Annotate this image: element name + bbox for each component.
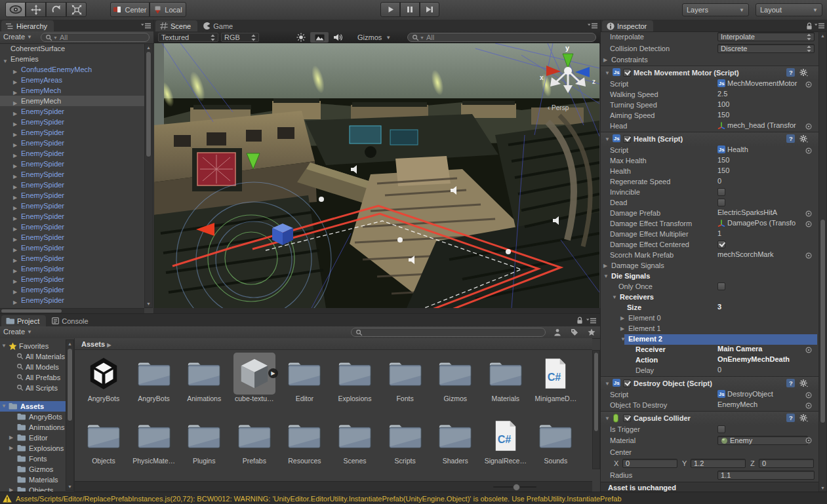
hierarchy-item[interactable]: ▶EnemySpider: [0, 263, 144, 274]
tab-console[interactable]: Console: [47, 315, 94, 326]
tab-hierarchy[interactable]: Hierarchy: [1, 20, 54, 31]
inspector-row[interactable]: InterpolateInterpolate: [601, 31, 818, 43]
foldout-collapsed-icon[interactable]: ▶: [13, 298, 17, 305]
foldout-collapsed-icon[interactable]: ▶: [13, 224, 17, 232]
scene-lighting-toggle[interactable]: [292, 32, 310, 43]
foldout-collapsed-icon[interactable]: ▶: [9, 443, 13, 454]
foldout-collapsed-icon[interactable]: ▶: [13, 235, 17, 242]
hierarchy-item[interactable]: CoherentSurface: [0, 43, 144, 54]
step-button[interactable]: [420, 2, 439, 17]
inspector-row[interactable]: Damage Effect Centered: [601, 240, 818, 250]
property-checkbox[interactable]: [717, 241, 725, 248]
foldout-collapsed-icon[interactable]: ▶: [13, 266, 17, 274]
foldout-collapsed-icon[interactable]: ▶: [13, 130, 17, 138]
hierarchy-item[interactable]: ▶EnemySpider: [0, 222, 144, 232]
scene-search-input[interactable]: ▼ All: [407, 33, 596, 42]
inspector-row[interactable]: Only Once: [601, 282, 818, 292]
tree-folder-item[interactable]: ▶Editor: [0, 433, 66, 443]
hierarchy-search-input[interactable]: ▼ All: [41, 33, 150, 42]
asset-grid-item[interactable]: Animations: [179, 353, 229, 412]
inspector-row[interactable]: Max Health150: [601, 156, 818, 166]
component-header[interactable]: ▼Capsule Collider?: [601, 411, 818, 425]
asset-grid-item[interactable]: Scripts: [380, 415, 430, 469]
rotate-tool-button[interactable]: [46, 2, 66, 17]
component-enabled-checkbox[interactable]: [623, 69, 631, 77]
asset-grid-item[interactable]: Editor: [279, 353, 329, 412]
search-favorites-button[interactable]: [584, 327, 599, 338]
pivot-mode-button[interactable]: Center: [110, 2, 150, 17]
axis-value-field[interactable]: 1.2: [691, 459, 746, 468]
inspector-row[interactable]: Scorch Mark PrefabmechScorchMark: [601, 250, 818, 261]
scene-skybox-toggle[interactable]: [310, 32, 329, 43]
help-icon[interactable]: ?: [786, 414, 795, 422]
pause-button[interactable]: [400, 2, 420, 17]
foldout-collapsed-icon[interactable]: ▶: [13, 109, 17, 117]
object-picker-icon[interactable]: [805, 147, 812, 154]
help-icon[interactable]: ?: [786, 379, 795, 387]
project-breadcrumb[interactable]: Assets ▶: [75, 338, 592, 350]
gear-icon[interactable]: [799, 134, 808, 143]
gear-icon[interactable]: [799, 68, 808, 77]
inspector-row[interactable]: Health150: [601, 166, 818, 177]
inspector-row[interactable]: ▼Element 2: [601, 334, 818, 345]
move-tool-button[interactable]: [26, 2, 46, 17]
tree-folder-item[interactable]: Fonts: [0, 454, 66, 464]
hierarchy-item[interactable]: ▶EnemySpider: [0, 159, 144, 169]
enum-dropdown[interactable]: Interpolate: [717, 32, 815, 41]
foldout-collapsed-icon[interactable]: ▶: [13, 287, 17, 295]
tree-favorite-item[interactable]: All Materials: [0, 351, 66, 362]
enum-dropdown[interactable]: Discrete: [717, 44, 815, 53]
tree-assets-root[interactable]: ▼Assets: [0, 401, 66, 412]
hierarchy-item[interactable]: ▶EnemySpider: [0, 274, 144, 284]
foldout-collapsed-icon[interactable]: ▶: [13, 67, 17, 75]
property-checkbox[interactable]: [717, 199, 725, 206]
component-header[interactable]: ▼JsHealth (Script)?: [601, 132, 818, 146]
inspector-row[interactable]: Object To DestroyEnemyMech: [601, 400, 818, 411]
foldout-collapsed-icon[interactable]: ▶: [603, 263, 607, 269]
asset-grid-item[interactable]: C#MinigameD…: [531, 353, 580, 412]
gear-icon[interactable]: [799, 414, 808, 422]
help-icon[interactable]: ?: [786, 134, 795, 143]
hierarchy-horizontal-scrollbar[interactable]: [0, 308, 144, 313]
help-icon[interactable]: ?: [786, 68, 795, 77]
inspector-row[interactable]: Damage Effect Multiplier1: [601, 229, 818, 240]
asset-grid-item[interactable]: Fonts: [380, 353, 430, 412]
hierarchy-create-button[interactable]: Create▼: [3, 33, 32, 41]
hierarchy-item[interactable]: ▶EnemyMech: [0, 85, 144, 96]
asset-grid-item[interactable]: Plugins: [179, 415, 229, 469]
hierarchy-item[interactable]: ▶ConfusedEnemyMech: [0, 64, 144, 75]
foldout-collapsed-icon[interactable]: ▶: [13, 214, 17, 222]
foldout-collapsed-icon[interactable]: ▶: [9, 433, 13, 443]
panel-menu-icon[interactable]: [588, 23, 597, 29]
foldout-collapsed-icon[interactable]: ▶: [13, 98, 17, 106]
property-checkbox[interactable]: [717, 188, 725, 196]
object-picker-icon[interactable]: [805, 252, 812, 259]
inspector-vertical-scrollbar[interactable]: ▲ ▼: [818, 31, 827, 492]
lock-icon[interactable]: [576, 317, 583, 324]
component-header[interactable]: ▼JsDestroy Object (Script)?: [601, 376, 818, 391]
object-picker-icon[interactable]: [805, 402, 812, 409]
hierarchy-item[interactable]: ▶EnemySpider: [0, 169, 144, 180]
asset-grid-item[interactable]: Prefabs: [230, 415, 279, 469]
foldout-expanded-icon[interactable]: ▼: [603, 273, 609, 279]
inspector-row[interactable]: Turning Speed100: [601, 100, 818, 111]
component-header[interactable]: ▼JsMech Movement Motor (Script)?: [601, 66, 818, 80]
status-bar[interactable]: Assets/Scripts/Editor/ReplacePrefabInsta…: [0, 492, 827, 504]
foldout-collapsed-icon[interactable]: ▶: [13, 119, 17, 127]
hierarchy-item[interactable]: ▶EnemySpider: [0, 190, 144, 201]
axis-value-field[interactable]: 0: [759, 459, 814, 468]
asset-grid-item[interactable]: C#SignalRece…: [481, 415, 531, 469]
foldout-collapsed-icon[interactable]: ▶: [13, 277, 17, 284]
object-picker-icon[interactable]: [805, 437, 812, 444]
tree-folder-item[interactable]: Gizmos: [0, 464, 66, 475]
axis-value-field[interactable]: 0: [622, 459, 677, 468]
lock-icon[interactable]: [806, 22, 813, 30]
view-tool-button[interactable]: [5, 2, 26, 17]
foldout-collapsed-icon[interactable]: ▶: [13, 77, 17, 85]
foldout-collapsed-icon[interactable]: ▶: [13, 151, 17, 159]
gizmos-dropdown[interactable]: Gizmos ▼: [355, 33, 401, 42]
inspector-row[interactable]: ScriptJsDestroyObject: [601, 390, 818, 400]
tree-folder-item[interactable]: ▶Objects: [0, 485, 66, 492]
foldout-collapsed-icon[interactable]: ▶: [13, 161, 17, 169]
foldout-expanded-icon[interactable]: ▼: [3, 56, 8, 64]
